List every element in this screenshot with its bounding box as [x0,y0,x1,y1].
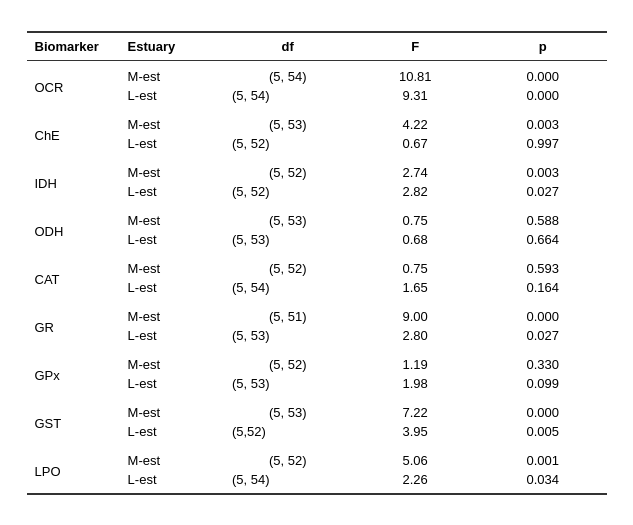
p-cell: 0.588 [479,205,607,230]
header-estuary: Estuary [120,32,224,61]
df-cell: (5, 54) [224,470,352,494]
table-row: GPxM-est(5, 52)1.190.330 [27,349,607,374]
f-cell: 0.75 [351,253,479,278]
estuary-cell: L-est [120,422,224,445]
df-cell: (5, 53) [224,109,352,134]
f-cell: 0.67 [351,134,479,157]
f-cell: 2.80 [351,326,479,349]
f-cell: 9.31 [351,86,479,109]
p-cell: 0.000 [479,86,607,109]
df-cell: (5, 52) [224,445,352,470]
header-df: df [224,32,352,61]
df-cell: (5, 52) [224,182,352,205]
f-cell: 2.82 [351,182,479,205]
df-cell: (5, 53) [224,205,352,230]
estuary-cell: L-est [120,470,224,494]
estuary-cell: L-est [120,326,224,349]
df-cell: (5, 52) [224,253,352,278]
df-cell: (5,52) [224,422,352,445]
estuary-cell: L-est [120,134,224,157]
estuary-cell: L-est [120,86,224,109]
estuary-cell: M-est [120,157,224,182]
header-f: F [351,32,479,61]
table-row: OCRM-est(5, 54)10.810.000 [27,60,607,86]
table-row: GRM-est(5, 51)9.000.000 [27,301,607,326]
f-cell: 0.68 [351,230,479,253]
p-cell: 0.027 [479,182,607,205]
estuary-cell: M-est [120,301,224,326]
estuary-cell: M-est [120,109,224,134]
estuary-cell: L-est [120,182,224,205]
f-cell: 3.95 [351,422,479,445]
df-cell: (5, 53) [224,374,352,397]
table-row: IDHM-est(5, 52)2.740.003 [27,157,607,182]
header-p: p [479,32,607,61]
f-cell: 7.22 [351,397,479,422]
df-cell: (5, 54) [224,60,352,86]
p-cell: 0.003 [479,109,607,134]
table-row: LPOM-est(5, 52)5.060.001 [27,445,607,470]
p-cell: 0.164 [479,278,607,301]
f-cell: 2.74 [351,157,479,182]
biomarker-cell: ODH [27,205,120,253]
header-biomarker: Biomarker [27,32,120,61]
p-cell: 0.330 [479,349,607,374]
biomarker-cell: OCR [27,60,120,109]
biomarker-cell: IDH [27,157,120,205]
p-cell: 0.997 [479,134,607,157]
p-cell: 0.000 [479,301,607,326]
df-cell: (5, 54) [224,86,352,109]
p-cell: 0.593 [479,253,607,278]
f-cell: 5.06 [351,445,479,470]
df-cell: (5, 52) [224,349,352,374]
f-cell: 1.19 [351,349,479,374]
f-cell: 4.22 [351,109,479,134]
table-row: ChEM-est(5, 53)4.220.003 [27,109,607,134]
p-cell: 0.664 [479,230,607,253]
df-cell: (5, 51) [224,301,352,326]
data-table: Biomarker Estuary df F p OCRM-est(5, 54)… [27,31,607,495]
df-cell: (5, 52) [224,134,352,157]
df-cell: (5, 54) [224,278,352,301]
biomarker-cell: CAT [27,253,120,301]
p-cell: 0.005 [479,422,607,445]
estuary-cell: M-est [120,397,224,422]
estuary-cell: L-est [120,278,224,301]
estuary-cell: M-est [120,349,224,374]
estuary-cell: M-est [120,445,224,470]
f-cell: 0.75 [351,205,479,230]
table-row: ODHM-est(5, 53)0.750.588 [27,205,607,230]
f-cell: 1.98 [351,374,479,397]
p-cell: 0.003 [479,157,607,182]
p-cell: 0.027 [479,326,607,349]
table-row: CATM-est(5, 52)0.750.593 [27,253,607,278]
p-cell: 0.034 [479,470,607,494]
table-row: GSTM-est(5, 53)7.220.000 [27,397,607,422]
biomarker-cell: LPO [27,445,120,494]
df-cell: (5, 53) [224,397,352,422]
f-cell: 1.65 [351,278,479,301]
biomarker-cell: ChE [27,109,120,157]
biomarker-cell: GST [27,397,120,445]
f-cell: 9.00 [351,301,479,326]
estuary-cell: M-est [120,205,224,230]
df-cell: (5, 52) [224,157,352,182]
estuary-cell: M-est [120,253,224,278]
estuary-cell: M-est [120,60,224,86]
f-cell: 10.81 [351,60,479,86]
p-cell: 0.000 [479,397,607,422]
estuary-cell: L-est [120,230,224,253]
biomarker-cell: GPx [27,349,120,397]
table-container: Biomarker Estuary df F p OCRM-est(5, 54)… [27,31,607,495]
p-cell: 0.000 [479,60,607,86]
estuary-cell: L-est [120,374,224,397]
df-cell: (5, 53) [224,326,352,349]
df-cell: (5, 53) [224,230,352,253]
biomarker-cell: GR [27,301,120,349]
p-cell: 0.099 [479,374,607,397]
header-row: Biomarker Estuary df F p [27,32,607,61]
p-cell: 0.001 [479,445,607,470]
f-cell: 2.26 [351,470,479,494]
